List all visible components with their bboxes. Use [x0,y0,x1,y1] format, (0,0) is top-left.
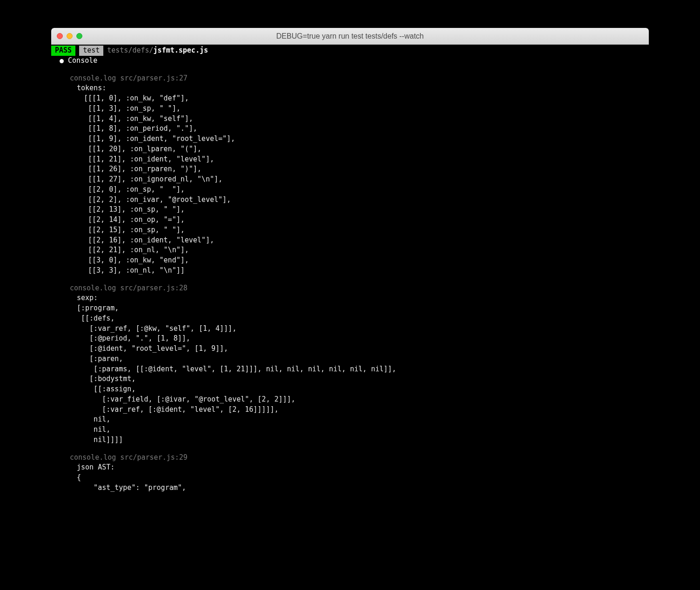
test-status-line: PASS test tests/defs/jsfmt.spec.js [51,46,649,56]
log-line: [:@ident, "root_level=", [1, 9]], [51,344,649,354]
log-line: [[2, 16], :on_ident, "level"], [51,235,649,246]
minimize-icon[interactable] [67,33,73,39]
log-line: [[:assign, [51,384,649,395]
log-line: [[2, 15], :on_sp, " "], [51,225,649,235]
log-line: [[2, 14], :on_op, "="], [51,215,649,225]
log-block-2: console.log src/parser.js:29 json AST: {… [51,453,649,493]
log-block-0: console.log src/parser.js:27 tokens: [[[… [51,74,649,276]
test-badge: test [79,46,103,56]
log-label: sexp: [51,293,649,303]
bullet-icon: ● [60,56,64,65]
log-line: [[1, 4], :on_kw, "self"], [51,114,649,124]
log-label: tokens: [51,83,649,94]
maximize-icon[interactable] [76,33,82,39]
log-line: [[2, 0], :on_sp, " "], [51,185,649,195]
window-title: DEBUG=true yarn run test tests/defs --wa… [51,32,649,40]
log-line: nil]]]] [51,435,649,445]
log-line: [[3, 3], :on_nl, "\n"]] [51,266,649,276]
log-line: [[1, 21], :on_ident, "level"], [51,154,649,165]
pass-badge: PASS [51,46,75,56]
log-line: [:var_ref, [:@ident, "level", [2, 16]]]]… [51,405,649,415]
terminal-window: DEBUG=true yarn run test tests/defs --wa… [51,28,649,503]
log-line: [[:defs, [51,314,649,324]
log-line: [[1, 9], :on_ident, "root_level="], [51,134,649,144]
log-line: [:@period, ".", [1, 8]], [51,334,649,344]
log-line: [[1, 3], :on_sp, " "], [51,104,649,114]
log-line: [:params, [[:@ident, "level", [1, 21]]],… [51,364,649,375]
log-line: [[[1, 0], :on_kw, "def"], [51,94,649,104]
log-block-1: console.log src/parser.js:28 sexp: [:pro… [51,283,649,445]
log-line: [:var_field, [:@ivar, "@root_level", [2,… [51,395,649,405]
log-location: console.log src/parser.js:28 [51,283,649,294]
log-line: [[1, 26], :on_rparen, ")"], [51,164,649,174]
log-line: { [51,473,649,483]
test-path-file: jsfmt.spec.js [154,46,208,54]
log-location: console.log src/parser.js:27 [51,74,649,84]
log-label: json AST: [51,463,649,473]
traffic-lights [51,33,82,39]
log-line: [[1, 8], :on_period, "."], [51,124,649,134]
log-line: nil, [51,415,649,425]
log-line: nil, [51,425,649,435]
log-line: [:var_ref, [:@kw, "self", [1, 4]]], [51,324,649,334]
console-label: Console [68,56,97,65]
titlebar[interactable]: DEBUG=true yarn run test tests/defs --wa… [51,28,649,45]
log-line: [:program, [51,303,649,314]
close-icon[interactable] [57,33,63,39]
log-line: [[2, 2], :on_ivar, "@root_level"], [51,195,649,205]
log-line: [[3, 0], :on_kw, "end"], [51,255,649,266]
log-location: console.log src/parser.js:29 [51,453,649,463]
log-line: [[1, 27], :on_ignored_nl, "\n"], [51,174,649,185]
log-line: [[1, 20], :on_lparen, "("], [51,144,649,154]
console-section-header: ● Console [51,56,649,66]
terminal-output[interactable]: PASS test tests/defs/jsfmt.spec.js ● Con… [51,45,649,503]
log-line: [:paren, [51,354,649,364]
log-line: "ast_type": "program", [51,483,649,493]
test-path-dir: tests/defs/ [107,46,153,54]
log-line: [[2, 13], :on_sp, " "], [51,205,649,215]
test-path: tests/defs/jsfmt.spec.js [104,46,208,56]
log-line: [:bodystmt, [51,374,649,384]
log-line: [[2, 21], :on_nl, "\n"], [51,245,649,255]
